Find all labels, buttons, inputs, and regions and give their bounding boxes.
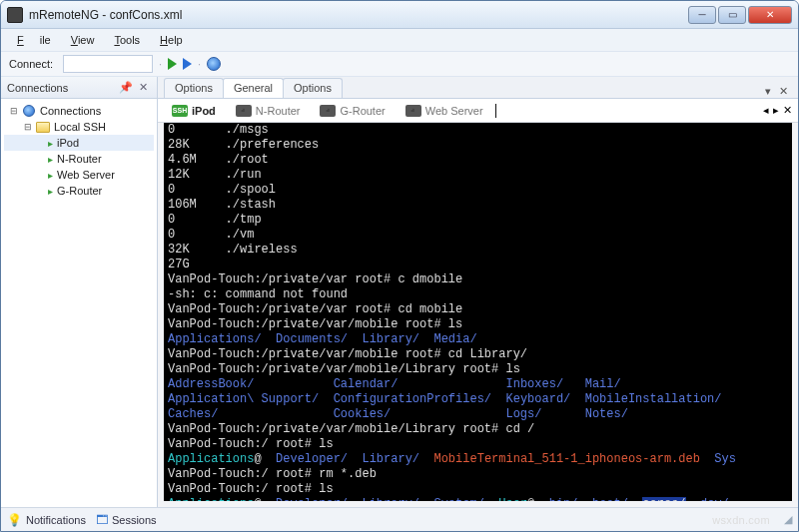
- statusbar-sessions[interactable]: 🗔 Sessions: [96, 513, 157, 527]
- session-close-icon[interactable]: ✕: [783, 104, 792, 117]
- connections-tree[interactable]: ⊟ Connections ⊟ Local SSH ▸ iPod ▸ N-Rou…: [1, 99, 157, 507]
- connections-panel-title: Connections: [7, 82, 68, 94]
- tree-leaf-webserver[interactable]: ▸ Web Server: [4, 167, 154, 183]
- window-buttons: ─ ▭ ✕: [688, 6, 792, 24]
- session-prev-icon[interactable]: ◂: [763, 104, 769, 117]
- connection-icon: ▸: [48, 138, 53, 149]
- globe-icon[interactable]: [207, 57, 221, 71]
- expand-toggle-icon[interactable]: ⊟: [8, 106, 20, 116]
- connection-icon: ▸: [48, 154, 53, 165]
- session-tabs: SSH iPod ◾ N-Router ◾ G-Router ◾ Web Ser…: [158, 99, 798, 123]
- titlebar: mRemoteNG - confCons.xml ─ ▭ ✕: [1, 1, 798, 29]
- connections-panel: Connections 📌 ✕ ⊟ Connections ⊟ Local SS…: [1, 77, 158, 507]
- close-button[interactable]: ✕: [748, 6, 792, 24]
- sessions-icon: 🗔: [96, 513, 108, 527]
- session-icon: ◾: [405, 105, 421, 117]
- tab-options-1[interactable]: Options: [164, 78, 224, 98]
- terminal[interactable]: 0 ./msgs 28K ./preferences 4.6M ./root 1…: [164, 123, 792, 501]
- folder-icon: [36, 122, 50, 133]
- document-tabs: Options General Options ▾ ✕: [158, 77, 798, 99]
- connect-label: Connect:: [9, 58, 57, 70]
- globe-icon: [23, 105, 35, 117]
- ssh-icon: SSH: [172, 105, 188, 117]
- resize-grip-icon[interactable]: ◢: [780, 513, 792, 526]
- connection-icon: ▸: [48, 186, 53, 197]
- minimize-button[interactable]: ─: [688, 6, 716, 24]
- connection-icon: ▸: [48, 170, 53, 181]
- tree-leaf-nrouter[interactable]: ▸ N-Router: [4, 151, 154, 167]
- statusbar-notifications[interactable]: 💡 Notifications: [7, 513, 86, 527]
- tree-folder[interactable]: ⊟ Local SSH: [4, 119, 154, 135]
- tab-general[interactable]: General: [223, 78, 284, 98]
- tree-leaf-grouter[interactable]: ▸ G-Router: [4, 183, 154, 199]
- connect-input[interactable]: [63, 55, 153, 73]
- tree-root[interactable]: ⊟ Connections: [4, 103, 154, 119]
- play-blue-icon[interactable]: [183, 58, 192, 70]
- connections-panel-header: Connections 📌 ✕: [1, 77, 157, 99]
- bulb-icon: 💡: [7, 513, 22, 527]
- menu-file[interactable]: File: [9, 32, 59, 48]
- pin-icon[interactable]: 📌: [116, 81, 136, 94]
- watermark: wsxdn.com: [712, 514, 770, 526]
- session-tab-grouter[interactable]: ◾ G-Router: [312, 103, 393, 119]
- session-icon: ◾: [320, 105, 336, 117]
- toolbar-separator-icon: ·: [159, 58, 162, 70]
- window-title: mRemoteNG - confCons.xml: [29, 8, 688, 22]
- maximize-button[interactable]: ▭: [718, 6, 746, 24]
- tab-options-2[interactable]: Options: [283, 78, 343, 98]
- session-tab-nrouter[interactable]: ◾ N-Router: [228, 103, 309, 119]
- main-area: Options General Options ▾ ✕ SSH iPod ◾ N…: [158, 77, 798, 507]
- session-tab-webserver[interactable]: ◾ Web Server: [398, 103, 491, 119]
- statusbar: 💡 Notifications 🗔 Sessions wsxdn.com ◢: [1, 507, 798, 531]
- connect-toolbar: Connect: · ·: [1, 51, 798, 77]
- menubar: File View Tools Help: [1, 29, 798, 51]
- expand-toggle-icon[interactable]: ⊟: [22, 122, 34, 132]
- session-tab-ipod[interactable]: SSH iPod: [164, 103, 224, 119]
- session-next-icon[interactable]: ▸: [773, 104, 779, 117]
- tab-close-icon[interactable]: ✕: [775, 85, 792, 98]
- app-icon: [7, 7, 23, 23]
- app-window: mRemoteNG - confCons.xml ─ ▭ ✕ File View…: [0, 0, 799, 532]
- play-green-icon[interactable]: [168, 58, 177, 70]
- panel-close-icon[interactable]: ✕: [136, 81, 151, 94]
- menu-tools[interactable]: Tools: [106, 32, 148, 48]
- text-cursor-icon: [495, 104, 496, 118]
- tab-menu-dropdown-icon[interactable]: ▾: [761, 85, 775, 98]
- tree-leaf-ipod[interactable]: ▸ iPod: [4, 135, 154, 151]
- menu-view[interactable]: View: [63, 32, 103, 48]
- session-icon: ◾: [236, 105, 252, 117]
- body: Connections 📌 ✕ ⊟ Connections ⊟ Local SS…: [1, 77, 798, 507]
- menu-help[interactable]: Help: [152, 32, 191, 48]
